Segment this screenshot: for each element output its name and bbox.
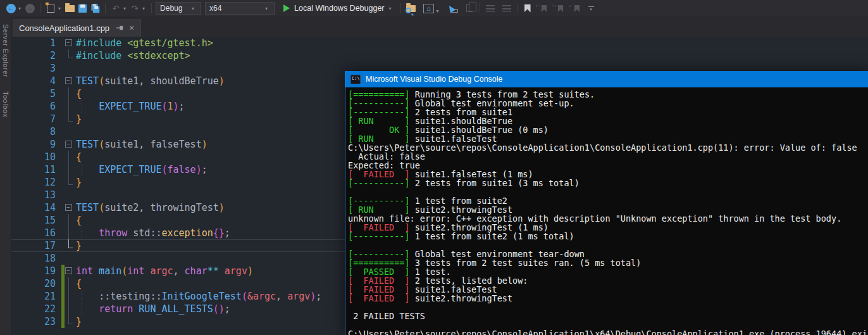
line-number[interactable]: 5 bbox=[11, 88, 56, 99]
navigate-back-button[interactable]: ← bbox=[4, 2, 17, 15]
line-number[interactable]: 20 bbox=[11, 278, 56, 289]
toolbar-separator bbox=[480, 3, 480, 13]
toolbar-separator bbox=[151, 3, 152, 13]
line-number[interactable]: 16 bbox=[11, 227, 56, 239]
collapse-region-icon[interactable] bbox=[65, 204, 72, 211]
decrease-indent-button[interactable] bbox=[484, 2, 497, 15]
console-line: [ RUN ] suite2.throwingTest bbox=[348, 205, 868, 214]
pin-tab-icon[interactable] bbox=[115, 24, 123, 32]
chevron-down-icon: ▾ bbox=[192, 6, 194, 11]
code-line[interactable]: 1#include <gtest/gtest.h> bbox=[11, 37, 868, 49]
line-number[interactable]: 13 bbox=[11, 189, 56, 201]
line-number[interactable]: 4 bbox=[11, 75, 56, 87]
close-tab-icon[interactable]: × bbox=[129, 24, 134, 32]
side-rail-tab-toolbox[interactable]: Toolbox bbox=[2, 91, 9, 117]
fold-margin bbox=[63, 303, 76, 315]
start-debugging-button[interactable]: Local Windows Debugger ▾ bbox=[281, 1, 396, 15]
save-button[interactable] bbox=[76, 2, 89, 15]
line-number[interactable]: 3 bbox=[11, 63, 56, 74]
redo-button[interactable]: ↷ bbox=[128, 2, 141, 15]
console-line: [----------] 1 test from suite2 (1 ms to… bbox=[348, 232, 868, 241]
side-rail: Server Explorer Toolbox bbox=[0, 16, 11, 335]
open-file-button[interactable] bbox=[63, 2, 76, 15]
fold-margin bbox=[63, 100, 76, 113]
undo-button[interactable]: ↶ bbox=[109, 2, 122, 15]
fold-margin bbox=[63, 290, 76, 303]
console-title-bar[interactable]: C:\ Microsoft Visual Studio Debug Consol… bbox=[345, 71, 868, 87]
toggle-bookmark-button[interactable] bbox=[521, 2, 534, 15]
change-tracking-margin bbox=[56, 277, 63, 290]
line-number[interactable]: 9 bbox=[11, 139, 56, 150]
save-all-button[interactable] bbox=[89, 2, 101, 15]
new-item-dropdown-icon[interactable]: ▾ bbox=[58, 6, 61, 11]
line-number[interactable]: 11 bbox=[11, 164, 56, 175]
line-number[interactable]: 21 bbox=[11, 291, 56, 302]
collapse-region-icon[interactable] bbox=[65, 77, 72, 84]
solution-platform-dropdown[interactable]: x64▾ bbox=[205, 2, 275, 15]
debug-console-window[interactable]: C:\ Microsoft Visual Studio Debug Consol… bbox=[345, 71, 868, 335]
console-line: C:\Users\Peter\source\repos\ConsoleAppli… bbox=[348, 143, 868, 152]
line-number[interactable]: 8 bbox=[11, 126, 56, 137]
code-text[interactable]: #include <stdexcept> bbox=[76, 49, 868, 62]
bookmark-icon bbox=[524, 4, 531, 13]
collapse-region-icon[interactable] bbox=[65, 141, 72, 148]
change-tracking-margin bbox=[56, 201, 63, 214]
home-dropdown-icon[interactable]: ▾ bbox=[437, 8, 439, 14]
line-number[interactable]: 22 bbox=[11, 303, 56, 315]
console-line bbox=[348, 303, 868, 312]
change-tracking-margin bbox=[56, 252, 63, 265]
previous-bookmark-button[interactable]: ↩ bbox=[538, 2, 550, 15]
collapse-region-icon[interactable] bbox=[65, 267, 72, 274]
console-output: [==========] Running 3 tests from 2 test… bbox=[345, 87, 868, 335]
line-number[interactable]: 15 bbox=[11, 215, 56, 226]
console-line: C:\Users\Peter\source\repos\ConsoleAppli… bbox=[348, 329, 868, 335]
change-tracking-margin bbox=[56, 163, 63, 176]
undo-dropdown-icon[interactable]: ▾ bbox=[123, 6, 126, 11]
console-line: [ PASSED ] 1 test. bbox=[348, 267, 868, 276]
clear-bookmarks-button[interactable]: × bbox=[571, 2, 583, 15]
increase-indent-button[interactable] bbox=[500, 2, 513, 15]
side-rail-tab-server-explorer[interactable]: Server Explorer bbox=[2, 24, 9, 77]
document-tab-title: ConsoleApplication1.cpp bbox=[19, 23, 109, 33]
solution-configuration-dropdown[interactable]: Debug▾ bbox=[156, 2, 201, 15]
change-tracking-margin bbox=[56, 239, 63, 252]
line-number[interactable]: 6 bbox=[11, 101, 56, 112]
next-bookmark-button[interactable]: ↪ bbox=[554, 2, 567, 15]
redo-dropdown-icon[interactable]: ▾ bbox=[142, 6, 145, 11]
console-line: [ FAILED ] suite1.falseTest (1 ms) bbox=[348, 170, 868, 179]
toolbar-separator bbox=[400, 3, 401, 13]
line-number[interactable]: 2 bbox=[11, 50, 56, 61]
line-number[interactable]: 1 bbox=[11, 37, 56, 49]
fold-margin bbox=[63, 189, 76, 201]
line-number[interactable]: 18 bbox=[11, 253, 56, 264]
fold-margin bbox=[63, 176, 76, 189]
console-line: [----------] Global test environment set… bbox=[348, 99, 868, 108]
navigate-to-cursor-button[interactable] bbox=[447, 2, 459, 15]
collapse-region-icon[interactable] bbox=[65, 39, 72, 46]
find-in-files-button[interactable] bbox=[405, 2, 418, 15]
line-number[interactable]: 12 bbox=[11, 177, 56, 188]
change-tracking-margin bbox=[56, 176, 63, 189]
clear-bookmarks-icon bbox=[574, 4, 580, 12]
line-number[interactable]: 10 bbox=[11, 151, 56, 163]
toolbar-overflow-button[interactable]: ▾ bbox=[588, 6, 594, 11]
line-number[interactable]: 14 bbox=[11, 202, 56, 213]
change-tracking-margin bbox=[56, 265, 63, 277]
line-number[interactable]: 19 bbox=[11, 265, 56, 277]
fold-margin bbox=[63, 277, 76, 290]
document-tab[interactable]: ConsoleApplication1.cpp × bbox=[13, 19, 141, 37]
fold-margin bbox=[63, 138, 76, 151]
navigate-forward-button[interactable]: → bbox=[23, 2, 36, 15]
line-number[interactable]: 7 bbox=[11, 113, 56, 125]
code-text[interactable]: #include <gtest/gtest.h> bbox=[76, 37, 868, 49]
fold-margin bbox=[63, 62, 76, 75]
navigate-back-dropdown-icon[interactable]: ▾ bbox=[18, 6, 21, 11]
console-line: [----------] 2 tests from suite1 (3 ms t… bbox=[348, 179, 868, 187]
line-number[interactable]: 17 bbox=[11, 240, 56, 251]
console-line: unknown file: error: C++ exception with … bbox=[348, 214, 868, 223]
new-item-button[interactable] bbox=[44, 2, 57, 15]
code-line[interactable]: 2#include <stdexcept> bbox=[11, 49, 868, 62]
line-number[interactable]: 23 bbox=[11, 316, 56, 327]
copy-document-button[interactable] bbox=[463, 2, 476, 15]
home-button[interactable]: ⌂ bbox=[423, 2, 435, 15]
